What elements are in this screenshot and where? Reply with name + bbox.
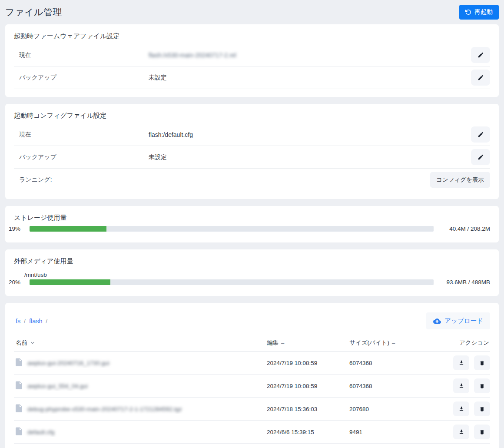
media-usage-text: 93.6MB / 488MB <box>439 279 490 285</box>
file-edited: 2024/7/19 10:08:59 <box>267 360 349 366</box>
media-progress-fill <box>30 279 110 285</box>
file-table-header: 名前編集–サイズ(バイト)–アクション <box>14 339 490 352</box>
file-edited: 2024/7/19 10:08:59 <box>267 383 349 389</box>
breadcrumb-separator: / <box>24 318 26 324</box>
setting-value: flash:/x530-main-20240717-2.rel <box>149 52 471 59</box>
file-edited: 2024/7/18 15:36:03 <box>267 406 349 412</box>
media-progress-row: 20% 93.6MB / 488MB <box>9 279 490 285</box>
setting-label: バックアップ <box>19 74 149 82</box>
file-name: default.cfg <box>27 429 54 435</box>
setting-label: 現在 <box>19 51 149 59</box>
breadcrumb-separator: / <box>46 318 48 324</box>
edit-button[interactable] <box>471 47 490 63</box>
firmware-card-title: 起動時ファームウェアファイル設定 <box>14 32 490 40</box>
setting-label: 現在 <box>19 131 149 139</box>
file-name-cell: awplus-gui_554_04.gui <box>16 381 267 391</box>
breadcrumb-link-fs[interactable]: fs <box>16 318 20 325</box>
download-button[interactable] <box>453 425 469 439</box>
file-name-cell: debug-phyprobe-x530-main-20240717-2-1-17… <box>16 404 267 414</box>
edit-button[interactable] <box>471 149 490 165</box>
storage-progress-fill <box>30 226 106 232</box>
column-label: サイズ(バイト) <box>349 339 389 347</box>
file-table-row: awplus-gui-20240716_1730.gui 2024/7/19 1… <box>14 352 490 375</box>
trash-icon <box>479 360 485 366</box>
setting-row: バックアップ 未設定 <box>14 66 490 89</box>
delete-button[interactable] <box>474 402 490 416</box>
file-row-actions <box>451 402 490 416</box>
delete-button[interactable] <box>474 378 490 393</box>
file-size: 9491 <box>349 429 451 435</box>
file-icon <box>16 427 22 437</box>
download-button[interactable] <box>453 378 469 393</box>
column-header-size[interactable]: サイズ(バイト)– <box>349 339 451 347</box>
storage-usage-card: ストレージ使用量 19% 40.4M / 208.2M <box>5 206 499 242</box>
file-name-cell: awplus-gui-20240716_1730.gui <box>16 358 267 368</box>
storage-card-title: ストレージ使用量 <box>14 214 490 222</box>
pencil-icon <box>477 52 484 58</box>
sort-dash-icon: – <box>281 340 284 346</box>
edit-button[interactable] <box>471 70 490 86</box>
setting-label: バックアップ <box>19 153 149 161</box>
restart-button-label: 再起動 <box>474 8 493 16</box>
config-rows: 現在 flash:/default.cfg バックアップ 未設定 <box>14 123 490 169</box>
setting-value: 未設定 <box>149 74 471 82</box>
file-row-actions <box>451 378 490 393</box>
column-label: 名前 <box>16 339 27 347</box>
file-size: 6074368 <box>349 383 451 389</box>
trash-icon <box>479 383 485 389</box>
column-header-edited[interactable]: 編集– <box>267 339 349 347</box>
delete-button[interactable] <box>474 355 490 370</box>
file-icon <box>16 404 22 414</box>
file-name-cell: default.cfg <box>16 427 267 437</box>
breadcrumb-link-flash[interactable]: flash <box>29 318 43 325</box>
download-button[interactable] <box>453 402 469 416</box>
file-icon <box>16 381 22 391</box>
show-config-button[interactable]: コンフィグを表示 <box>430 172 490 188</box>
storage-progress-row: 19% 40.4M / 208.2M <box>9 226 490 232</box>
column-header-actions: アクション <box>451 339 490 347</box>
setting-value: flash:/default.cfg <box>149 131 471 138</box>
sort-dash-icon: – <box>392 340 395 346</box>
setting-row: 現在 flash:/x530-main-20240717-2.rel <box>14 44 490 66</box>
column-label: 編集 <box>267 339 279 347</box>
firmware-rows: 現在 flash:/x530-main-20240717-2.rel バックアッ… <box>14 44 490 89</box>
running-config-row: ランニング: コンフィグを表示 <box>14 169 490 191</box>
setting-value: 未設定 <box>149 153 471 161</box>
column-label: アクション <box>459 339 489 347</box>
file-table-row: default.cfg 2024/6/6 15:39:15 9491 <box>14 421 490 444</box>
chevron-down-icon <box>30 340 35 345</box>
page-header: ファイル管理 再起動 <box>5 0 499 24</box>
download-icon <box>458 406 464 412</box>
file-table-body: awplus-gui-20240716_1730.gui 2024/7/19 1… <box>14 352 490 444</box>
config-settings-card: 起動時コンフィグファイル設定 現在 flash:/default.cfg バック… <box>5 104 499 199</box>
upload-button-label: アップロード <box>444 317 483 325</box>
storage-usage-text: 40.4M / 208.2M <box>439 226 490 232</box>
column-header-name[interactable]: 名前 <box>16 339 267 347</box>
storage-progress-bar <box>30 226 434 232</box>
pencil-icon <box>477 131 484 138</box>
file-size: 207680 <box>349 406 451 412</box>
pencil-icon <box>477 74 484 81</box>
media-percent: 20% <box>9 279 30 285</box>
file-table-row: awplus-gui_554_04.gui 2024/7/19 10:08:59… <box>14 375 490 398</box>
edit-button[interactable] <box>471 126 490 143</box>
file-edited: 2024/6/6 15:39:15 <box>267 429 349 435</box>
download-icon <box>458 383 464 389</box>
trash-icon <box>479 406 485 412</box>
file-name: awplus-gui-20240716_1730.gui <box>27 360 109 366</box>
file-browser-card: fs/flash/ アップロード 名前編集–サイズ(バイト)–アクション awp… <box>5 303 499 448</box>
mount-point-label: /mnt/usb <box>24 272 490 278</box>
download-button[interactable] <box>453 355 469 370</box>
pencil-icon <box>477 154 484 160</box>
file-name: debug-phyprobe-x530-main-20240717-2-1-17… <box>27 406 182 412</box>
external-media-card: 外部メディア使用量 /mnt/usb 20% 93.6MB / 488MB <box>5 249 499 296</box>
file-name: awplus-gui_554_04.gui <box>27 383 88 389</box>
delete-button[interactable] <box>474 425 490 439</box>
file-browser-toolbar: fs/flash/ アップロード <box>14 312 490 329</box>
upload-button[interactable]: アップロード <box>426 312 490 329</box>
external-media-card-title: 外部メディア使用量 <box>14 257 490 265</box>
restart-button[interactable]: 再起動 <box>459 5 499 20</box>
breadcrumb: fs/flash/ <box>14 318 47 325</box>
trash-icon <box>479 429 485 435</box>
running-label: ランニング: <box>19 176 430 184</box>
